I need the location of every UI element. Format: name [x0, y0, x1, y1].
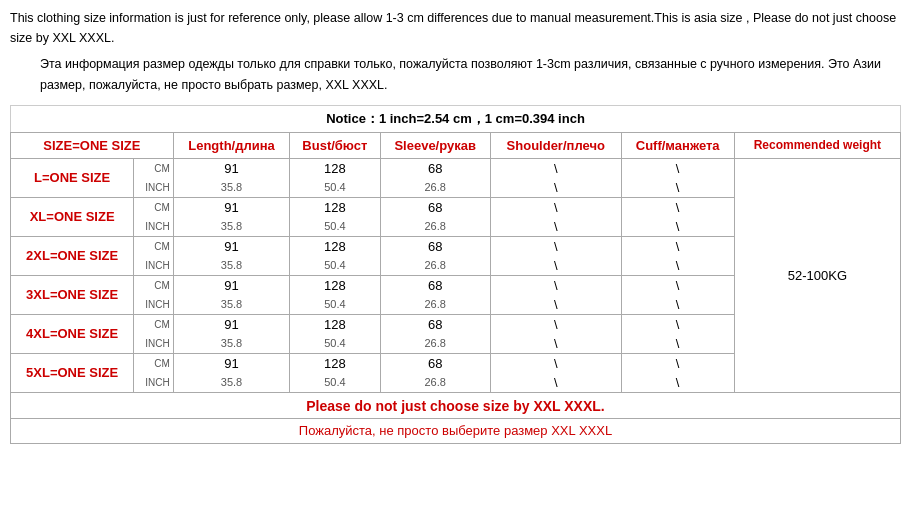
cuff-inch: \	[621, 178, 734, 198]
cuff-cm: \	[621, 353, 734, 373]
unit-cm: CM	[134, 353, 174, 373]
bottom-bar: Please do not just choose size by XXL XX…	[10, 393, 901, 444]
bust-inch: 50.4	[290, 256, 380, 276]
unit-cm: CM	[134, 275, 174, 295]
unit-cm: CM	[134, 197, 174, 217]
sleeve-inch: 26.8	[380, 334, 490, 354]
bust-cm: 128	[290, 197, 380, 217]
cuff-inch: \	[621, 256, 734, 276]
bust-cm: 128	[290, 275, 380, 295]
sleeve-cm: 68	[380, 353, 490, 373]
length-inch: 35.8	[173, 178, 289, 198]
header-sleeve: Sleeve/рукав	[380, 132, 490, 158]
header-size: SIZE=ONE SIZE	[11, 132, 174, 158]
header-recommended: Recommended weight	[734, 132, 900, 158]
cuff-inch: \	[621, 217, 734, 237]
unit-cm: CM	[134, 314, 174, 334]
sleeve-inch: 26.8	[380, 295, 490, 315]
shoulder-cm: \	[490, 353, 621, 373]
shoulder-cm: \	[490, 314, 621, 334]
size-label: 5XL=ONE SIZE	[11, 353, 134, 392]
bust-inch: 50.4	[290, 178, 380, 198]
length-inch: 35.8	[173, 373, 289, 393]
sleeve-inch: 26.8	[380, 178, 490, 198]
unit-inch: INCH	[134, 256, 174, 276]
cuff-inch: \	[621, 295, 734, 315]
cuff-inch: \	[621, 373, 734, 393]
sleeve-cm: 68	[380, 236, 490, 256]
length-cm: 91	[173, 353, 289, 373]
length-cm: 91	[173, 197, 289, 217]
table-row: L=ONE SIZECM9112868\\52-100KG	[11, 158, 901, 178]
sleeve-cm: 68	[380, 158, 490, 178]
sleeve-inch: 26.8	[380, 256, 490, 276]
table-header-row: SIZE=ONE SIZE Length/длина Bust/бюст Sle…	[11, 132, 901, 158]
length-inch: 35.8	[173, 334, 289, 354]
unit-inch: INCH	[134, 178, 174, 198]
sleeve-cm: 68	[380, 275, 490, 295]
shoulder-inch: \	[490, 373, 621, 393]
cuff-cm: \	[621, 158, 734, 178]
notice-russian: Эта информация размер одежды только для …	[10, 54, 901, 97]
cuff-cm: \	[621, 314, 734, 334]
bust-inch: 50.4	[290, 334, 380, 354]
length-inch: 35.8	[173, 295, 289, 315]
sleeve-inch: 26.8	[380, 373, 490, 393]
shoulder-cm: \	[490, 275, 621, 295]
sleeve-inch: 26.8	[380, 217, 490, 237]
shoulder-cm: \	[490, 236, 621, 256]
length-cm: 91	[173, 236, 289, 256]
recommended-weight: 52-100KG	[734, 158, 900, 392]
length-cm: 91	[173, 275, 289, 295]
length-cm: 91	[173, 158, 289, 178]
length-cm: 91	[173, 314, 289, 334]
unit-inch: INCH	[134, 334, 174, 354]
header-bust: Bust/бюст	[290, 132, 380, 158]
size-label: 4XL=ONE SIZE	[11, 314, 134, 353]
bust-cm: 128	[290, 353, 380, 373]
sleeve-cm: 68	[380, 314, 490, 334]
size-label: XL=ONE SIZE	[11, 197, 134, 236]
shoulder-inch: \	[490, 334, 621, 354]
size-label: 2XL=ONE SIZE	[11, 236, 134, 275]
length-inch: 35.8	[173, 217, 289, 237]
shoulder-cm: \	[490, 197, 621, 217]
header-length: Length/длина	[173, 132, 289, 158]
sleeve-cm: 68	[380, 197, 490, 217]
bust-inch: 50.4	[290, 217, 380, 237]
shoulder-cm: \	[490, 158, 621, 178]
bust-inch: 50.4	[290, 373, 380, 393]
shoulder-inch: \	[490, 217, 621, 237]
bottom-russian: Пожалуйста, не просто выберите размер XX…	[11, 419, 900, 443]
shoulder-inch: \	[490, 256, 621, 276]
notice-bar: Notice：1 inch=2.54 cm，1 cm=0.394 inch	[10, 105, 901, 132]
bottom-english: Please do not just choose size by XXL XX…	[11, 393, 900, 419]
unit-inch: INCH	[134, 295, 174, 315]
shoulder-inch: \	[490, 178, 621, 198]
unit-cm: CM	[134, 158, 174, 178]
unit-cm: CM	[134, 236, 174, 256]
unit-inch: INCH	[134, 373, 174, 393]
bust-cm: 128	[290, 236, 380, 256]
shoulder-inch: \	[490, 295, 621, 315]
size-label: L=ONE SIZE	[11, 158, 134, 197]
unit-inch: INCH	[134, 217, 174, 237]
main-container: This clothing size information is just f…	[0, 0, 911, 452]
cuff-cm: \	[621, 197, 734, 217]
bust-cm: 128	[290, 158, 380, 178]
bust-cm: 128	[290, 314, 380, 334]
notice-english: This clothing size information is just f…	[10, 8, 901, 48]
header-cuff: Cuff/манжета	[621, 132, 734, 158]
cuff-cm: \	[621, 275, 734, 295]
size-label: 3XL=ONE SIZE	[11, 275, 134, 314]
length-inch: 35.8	[173, 256, 289, 276]
cuff-cm: \	[621, 236, 734, 256]
header-shoulder: Shoulder/плечо	[490, 132, 621, 158]
cuff-inch: \	[621, 334, 734, 354]
size-table: SIZE=ONE SIZE Length/длина Bust/бюст Sle…	[10, 132, 901, 393]
bust-inch: 50.4	[290, 295, 380, 315]
